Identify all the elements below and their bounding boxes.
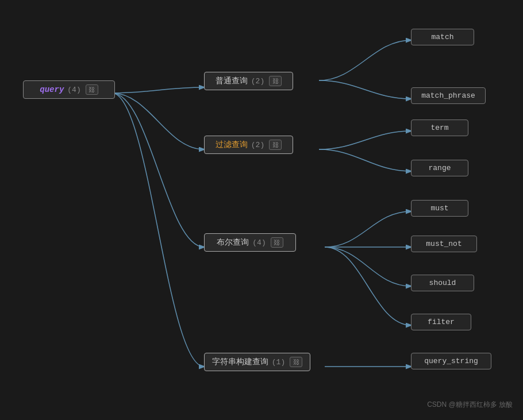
leaf-query-string: query_string xyxy=(411,353,491,369)
mid1-count: (2) xyxy=(251,77,264,86)
root-label: query xyxy=(40,85,64,94)
leaf-match: match xyxy=(411,29,474,45)
mid4-link-icon[interactable]: ⛓ xyxy=(290,357,302,367)
mid4-label: 字符串构建查询 xyxy=(212,357,268,367)
leaf-must-not: must_not xyxy=(411,236,477,252)
mid-node-2: 过滤查询 (2) ⛓ xyxy=(204,136,293,154)
leaf-should: should xyxy=(411,275,474,291)
root-node: query (4) ⛓ xyxy=(23,80,115,99)
leaf-term: term xyxy=(411,120,468,136)
mid3-label: 布尔查询 xyxy=(217,237,249,248)
mid2-count: (2) xyxy=(251,141,264,149)
root-link-icon[interactable]: ⛓ xyxy=(86,84,98,95)
mid3-link-icon[interactable]: ⛓ xyxy=(271,237,283,248)
leaf-match-phrase: match_phrase xyxy=(411,87,486,104)
mid2-link-icon[interactable]: ⛓ xyxy=(269,140,282,150)
mid1-link-icon[interactable]: ⛓ xyxy=(269,76,282,86)
mid1-label: 普通查询 xyxy=(216,76,248,86)
leaf-must: must xyxy=(411,200,468,217)
mid-node-3: 布尔查询 (4) ⛓ xyxy=(204,233,296,252)
mid3-count: (4) xyxy=(252,238,266,247)
mid2-label: 过滤查询 xyxy=(216,140,248,150)
mid-node-1: 普通查询 (2) ⛓ xyxy=(204,72,293,90)
watermark: CSDN @糖拌西红柿多 放酸 xyxy=(427,400,513,410)
mid-node-4: 字符串构建查询 (1) ⛓ xyxy=(204,353,310,371)
leaf-filter: filter xyxy=(411,314,471,330)
mid4-count: (1) xyxy=(272,358,285,367)
root-count: (4) xyxy=(67,86,80,94)
leaf-range: range xyxy=(411,160,468,176)
